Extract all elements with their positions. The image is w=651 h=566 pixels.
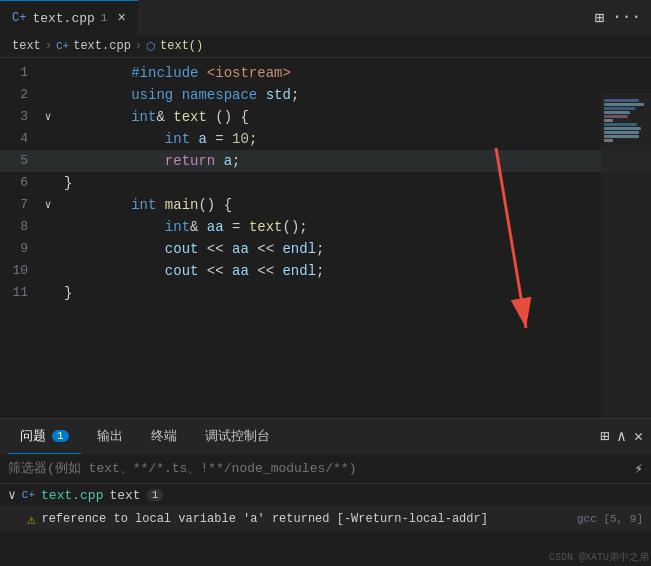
line-num-8: 8 (0, 216, 40, 238)
line-num-7: 7 (0, 194, 40, 216)
breadcrumb: text › C+ text.cpp › ⬡ text() (0, 35, 651, 58)
breadcrumb-file[interactable]: text.cpp (73, 39, 131, 53)
error-location: gcc [5, 9] (577, 513, 643, 525)
breadcrumb-root[interactable]: text (12, 39, 41, 53)
code-editor[interactable]: 1 #include <iostream> 2 using namespace … (0, 58, 651, 418)
error-message: reference to local variable 'a' returned… (41, 512, 571, 526)
split-editor-icon[interactable]: ⊞ (595, 8, 605, 28)
line-num-2: 2 (0, 84, 40, 106)
tab-bar: C+ text.cpp 1 × ⊞ ··· (0, 0, 651, 35)
new-terminal-icon[interactable]: ⊞ (600, 427, 609, 446)
watermark: CSDN @XATU弟中之弟 (549, 550, 649, 564)
panel-tab-bar: 问题 1 输出 终端 调试控制台 ⊞ ∧ ✕ (0, 419, 651, 454)
error-item[interactable]: ⚠ reference to local variable 'a' return… (0, 506, 651, 532)
panel-actions: ⊞ ∧ ✕ (600, 427, 643, 446)
group-collapse-icon[interactable]: ∨ (8, 487, 16, 503)
fold-7[interactable]: ∨ (40, 194, 56, 216)
error-group[interactable]: ∨ C+ text.cpp text 1 (0, 484, 651, 506)
tab-modified-badge: 1 (101, 12, 108, 24)
tab-problems[interactable]: 问题 1 (8, 419, 81, 454)
panel-maximize-icon[interactable]: ∧ (617, 427, 626, 446)
tab-terminal-label: 终端 (151, 427, 177, 445)
code-line-10: 10 cout << aa << endl; (0, 260, 651, 282)
line-num-5: 5 (0, 150, 40, 172)
line-num-4: 4 (0, 128, 40, 150)
panel: 问题 1 输出 终端 调试控制台 ⊞ ∧ ✕ ⚡ ∨ (0, 418, 651, 554)
code-line-11: 11 } (0, 282, 651, 304)
breadcrumb-func-icon: ⬡ (146, 40, 156, 53)
more-actions-icon[interactable]: ··· (612, 8, 641, 28)
tab-debug-console[interactable]: 调试控制台 (193, 419, 282, 454)
tab-terminal[interactable]: 终端 (139, 419, 189, 454)
fold-3[interactable]: ∨ (40, 106, 56, 128)
line-content-11: } (56, 282, 651, 304)
group-label: text (109, 488, 140, 503)
panel-close-icon[interactable]: ✕ (634, 427, 643, 446)
active-tab[interactable]: C+ text.cpp 1 × (0, 0, 138, 35)
filter-input[interactable] (8, 461, 635, 476)
breadcrumb-file-icon: C+ (56, 40, 69, 52)
minimap (601, 93, 651, 418)
warning-icon: ⚠ (27, 511, 35, 528)
cpp-file-icon: C+ (12, 11, 26, 25)
tab-problems-label: 问题 (20, 427, 46, 445)
tab-output-label: 输出 (97, 427, 123, 445)
editor-actions: ⊞ ··· (595, 8, 651, 28)
tab-close-button[interactable]: × (117, 10, 125, 26)
filter-icon: ⚡ (635, 460, 643, 477)
line-num-1: 1 (0, 62, 40, 84)
group-count: 1 (147, 489, 164, 501)
line-num-10: 10 (0, 260, 40, 282)
filter-row: ⚡ (0, 454, 651, 484)
group-cpp-icon: C+ (22, 489, 35, 501)
problems-badge: 1 (52, 430, 69, 442)
group-filename: text.cpp (41, 488, 103, 503)
breadcrumb-sep-2: › (135, 39, 142, 53)
code-line-5: 5 return a; (0, 150, 651, 172)
line-num-6: 6 (0, 172, 40, 194)
line-num-3: 3 (0, 106, 40, 128)
tab-filename: text.cpp (32, 11, 94, 26)
breadcrumb-sep-1: › (45, 39, 52, 53)
line-num-9: 9 (0, 238, 40, 260)
tab-output[interactable]: 输出 (85, 419, 135, 454)
line-num-11: 11 (0, 282, 40, 304)
tab-debug-label: 调试控制台 (205, 427, 270, 445)
breadcrumb-func[interactable]: text() (160, 39, 203, 53)
